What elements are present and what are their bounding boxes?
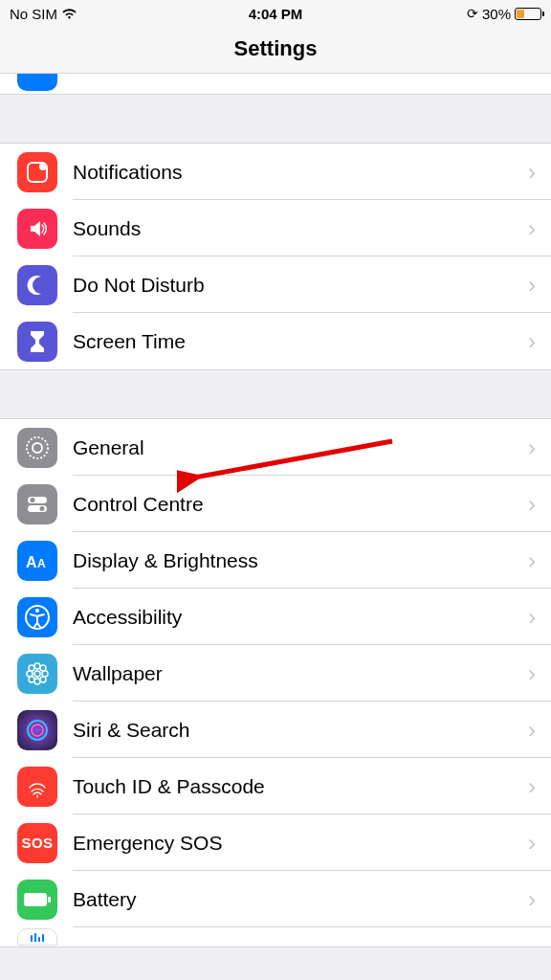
svg-text:A: A — [26, 554, 37, 570]
partial-icon — [17, 74, 57, 91]
chevron-right-icon: › — [528, 434, 536, 461]
status-bar: No SIM 4:04 PM ⟳ 30% — [0, 0, 551, 27]
row-siri-search[interactable]: Siri & Search › — [0, 702, 551, 758]
chevron-right-icon: › — [528, 660, 536, 687]
svg-rect-24 — [48, 897, 51, 902]
chevron-right-icon: › — [528, 773, 536, 800]
chevron-right-icon: › — [528, 491, 536, 518]
row-sounds[interactable]: Sounds › — [0, 200, 551, 256]
text-size-icon: AA — [17, 541, 57, 581]
chevron-right-icon: › — [528, 717, 536, 744]
battery-icon — [515, 8, 541, 20]
row-label: Siri & Search — [73, 719, 528, 742]
sos-text: SOS — [21, 835, 53, 851]
page-title: Settings — [0, 36, 551, 61]
battery-percent: 30% — [482, 6, 511, 22]
svg-point-12 — [34, 671, 40, 677]
row-label: Emergency SOS — [73, 832, 528, 855]
accessibility-icon — [17, 597, 57, 637]
clock-time: 4:04 PM — [249, 6, 303, 22]
settings-section-1: Notifications › Sounds › Do Not Disturb … — [0, 143, 551, 370]
svg-point-20 — [40, 677, 46, 682]
row-label: Wallpaper — [73, 662, 528, 685]
chevron-right-icon: › — [528, 830, 536, 857]
rotation-lock-icon: ⟳ — [467, 6, 478, 21]
row-label: General — [73, 436, 528, 459]
svg-point-18 — [40, 665, 46, 671]
sounds-icon — [17, 209, 57, 249]
svg-point-13 — [34, 663, 40, 669]
partial-bottom-icon — [17, 928, 57, 946]
row-label: Touch ID & Passcode — [73, 775, 528, 798]
svg-point-14 — [34, 679, 40, 684]
battery-full-icon — [17, 880, 57, 920]
row-control-centre[interactable]: Control Centre › — [0, 476, 551, 532]
svg-rect-23 — [24, 893, 47, 906]
row-label: Battery — [73, 888, 528, 911]
partial-row-bottom[interactable] — [0, 927, 551, 947]
notifications-icon — [17, 152, 57, 192]
chevron-right-icon: › — [528, 159, 536, 186]
row-notifications[interactable]: Notifications › — [0, 144, 551, 200]
svg-point-16 — [42, 671, 48, 677]
row-label: Sounds — [73, 217, 528, 240]
svg-point-11 — [35, 609, 39, 612]
sos-icon: SOS — [17, 823, 57, 863]
svg-point-7 — [40, 506, 45, 511]
wifi-icon — [61, 8, 77, 19]
svg-point-15 — [27, 671, 33, 677]
hourglass-icon — [17, 322, 57, 362]
row-label: Display & Brightness — [73, 549, 528, 572]
partial-row-top[interactable] — [0, 74, 551, 95]
row-battery[interactable]: Battery › — [0, 871, 551, 927]
svg-point-2 — [27, 437, 48, 458]
flower-icon — [17, 654, 57, 694]
chevron-right-icon: › — [528, 547, 536, 574]
row-wallpaper[interactable]: Wallpaper › — [0, 645, 551, 702]
svg-point-21 — [28, 721, 47, 740]
row-label: Accessibility — [73, 606, 528, 629]
row-accessibility[interactable]: Accessibility › — [0, 589, 551, 645]
svg-point-3 — [33, 443, 42, 453]
row-do-not-disturb[interactable]: Do Not Disturb › — [0, 256, 551, 313]
row-touch-id-passcode[interactable]: Touch ID & Passcode › — [0, 758, 551, 814]
fingerprint-icon — [17, 767, 57, 807]
row-general[interactable]: General › — [0, 419, 551, 476]
svg-point-1 — [39, 163, 47, 170]
chevron-right-icon: › — [528, 272, 536, 299]
chevron-right-icon: › — [528, 328, 536, 355]
moon-icon — [17, 265, 57, 305]
settings-section-2: General › Control Centre › AA Display & … — [0, 418, 551, 947]
row-label: Do Not Disturb — [73, 274, 528, 297]
siri-icon — [17, 710, 57, 750]
row-label: Screen Time — [73, 330, 528, 353]
svg-point-17 — [29, 665, 34, 671]
row-emergency-sos[interactable]: SOS Emergency SOS › — [0, 814, 551, 871]
row-screen-time[interactable]: Screen Time › — [0, 313, 551, 369]
gear-icon — [17, 428, 57, 468]
chevron-right-icon: › — [528, 604, 536, 631]
carrier-text: No SIM — [10, 6, 57, 22]
chevron-right-icon: › — [528, 215, 536, 242]
switches-icon — [17, 484, 57, 524]
row-label: Control Centre — [73, 493, 528, 516]
svg-point-19 — [29, 677, 34, 682]
row-display-brightness[interactable]: AA Display & Brightness › — [0, 532, 551, 589]
chevron-right-icon: › — [528, 886, 536, 913]
svg-point-22 — [32, 724, 43, 736]
svg-text:A: A — [37, 557, 46, 570]
header: Settings — [0, 27, 551, 74]
row-label: Notifications — [73, 161, 528, 184]
svg-point-5 — [31, 498, 35, 502]
